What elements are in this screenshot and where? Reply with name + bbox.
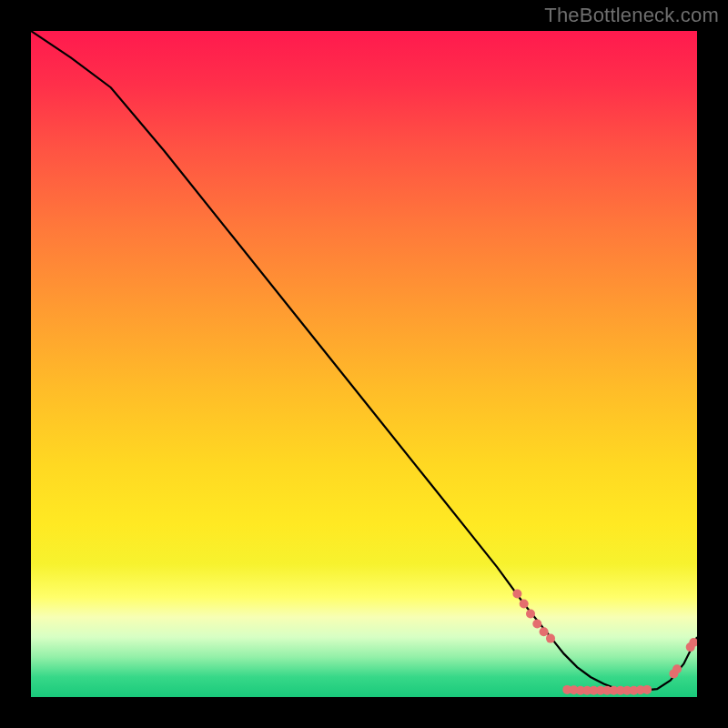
curve-marker [512, 590, 521, 599]
curve-marker [540, 627, 549, 636]
curve-marker [546, 634, 555, 643]
curve-marker [526, 610, 535, 619]
bottleneck-curve [31, 31, 697, 691]
curve-markers [512, 590, 697, 695]
curve-marker [532, 620, 541, 629]
chart-frame: TheBottleneck.com [0, 0, 728, 728]
plot-area [31, 31, 697, 697]
curve-marker [672, 664, 682, 673]
watermark-text: TheBottleneck.com [544, 4, 719, 27]
curve-marker [642, 685, 652, 694]
curve-layer [31, 31, 697, 697]
curve-marker [520, 600, 529, 609]
